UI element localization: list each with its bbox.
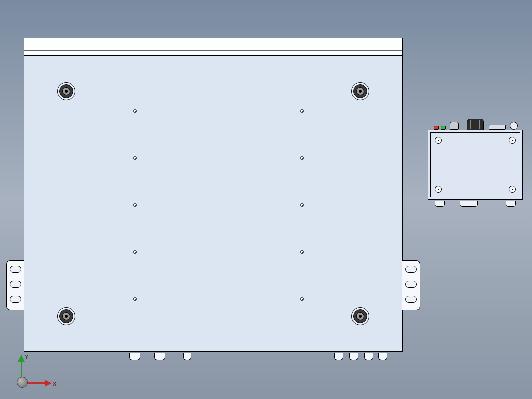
bottom-ports xyxy=(24,352,402,360)
origin-icon xyxy=(17,377,28,388)
port xyxy=(350,354,358,360)
small-foot xyxy=(460,201,478,207)
small-knob-icon xyxy=(450,122,459,130)
small-foot xyxy=(506,201,516,207)
side-bracket-left xyxy=(6,260,24,310)
foot-bottom-right xyxy=(352,308,370,326)
small-hole xyxy=(300,298,304,301)
small-hole xyxy=(300,250,304,254)
small-hole xyxy=(134,156,137,160)
corner-hole xyxy=(509,186,516,193)
corner-hole xyxy=(435,186,442,193)
foot-bottom-left xyxy=(58,308,76,326)
small-hole xyxy=(134,250,137,254)
estop-knob-icon xyxy=(467,119,484,131)
port xyxy=(378,354,388,360)
small-assembly[interactable] xyxy=(428,130,523,200)
port xyxy=(130,354,140,360)
small-foot xyxy=(435,201,445,207)
small-hole xyxy=(300,110,304,113)
small-hole xyxy=(134,110,137,113)
small-hole xyxy=(300,156,304,160)
foot-top-left xyxy=(58,82,76,100)
cad-viewport[interactable]: X Y xyxy=(0,0,532,399)
main-assembly[interactable] xyxy=(24,38,403,352)
red-led-icon xyxy=(434,126,439,130)
corner-hole xyxy=(435,137,442,144)
port xyxy=(334,354,344,360)
top-rail xyxy=(24,38,403,56)
small-hole xyxy=(300,204,304,207)
small-hole xyxy=(134,204,137,207)
control-panel-top xyxy=(428,119,523,130)
port xyxy=(364,354,374,360)
y-axis-icon xyxy=(21,362,22,383)
small-hole xyxy=(134,298,137,301)
corner-hole xyxy=(509,137,516,144)
foot-top-right xyxy=(352,82,370,100)
side-bracket-right xyxy=(402,260,420,310)
panel-body xyxy=(24,56,402,352)
x-axis-label: X xyxy=(53,381,56,387)
display-slot-icon xyxy=(489,125,506,130)
x-axis-icon xyxy=(22,382,45,384)
jog-wheel-icon xyxy=(510,122,518,130)
port xyxy=(184,354,192,360)
small-bottom-feet xyxy=(428,200,523,207)
small-body xyxy=(428,130,523,200)
small-inner-plate xyxy=(430,132,520,198)
green-led-icon xyxy=(441,126,446,130)
port xyxy=(154,354,166,360)
